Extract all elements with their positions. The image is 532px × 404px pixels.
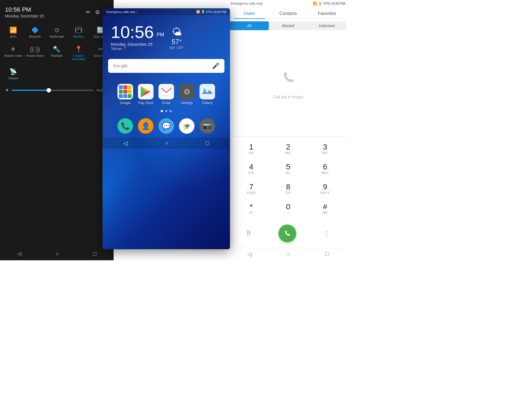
dial-key-1[interactable]: 1 QO (233, 139, 270, 159)
dock-camera[interactable]: 📷 (200, 118, 215, 134)
mobile-data-label: Mobile data (50, 35, 64, 38)
huawei-share-icon: ((·)) (30, 46, 40, 53)
app-icon-email[interactable]: Email (158, 84, 174, 105)
dial-key-9[interactable]: 9 WXYZ (307, 179, 344, 199)
clock-time: 10:56 (111, 22, 154, 42)
more-options-button[interactable]: ⋮ (323, 230, 330, 237)
settings-icon[interactable]: ⚙ (95, 9, 100, 16)
dialer-battery-icon: 🔋 (318, 2, 322, 6)
mic-icon[interactable]: 🎤 (212, 62, 219, 70)
toggle-hotspot[interactable]: 📡 Hotspot (3, 65, 24, 82)
edit-icon[interactable]: ✏ (86, 9, 91, 16)
dial-key-5[interactable]: 5 JKL (270, 159, 306, 179)
app-icon-gallery[interactable]: Gallery (200, 84, 215, 105)
email-img (158, 84, 174, 99)
dial-key-0[interactable]: 0 + (270, 199, 306, 219)
google-app-grid (118, 84, 133, 99)
google-logo: Google (113, 63, 127, 68)
call-log-empty: Call log is empty (227, 32, 349, 136)
call-empty-icon (280, 70, 296, 90)
dial-key-6[interactable]: 6 MNO (307, 159, 344, 179)
recent-button[interactable]: □ (93, 251, 96, 257)
weather-range: 62° / 47° (170, 46, 184, 50)
tab-contacts[interactable]: Contacts (269, 7, 308, 19)
dial-key-2[interactable]: 2 ABC (270, 139, 306, 159)
filter-all[interactable]: All (230, 21, 269, 30)
dialer-panel: Emergency calls only 📶 🔋 57% 10:56 PM Di… (227, 0, 349, 260)
dock-contacts[interactable]: 👤 (138, 118, 154, 134)
phone-icon-svg (280, 70, 296, 86)
brightness-thumb[interactable] (47, 88, 51, 92)
g-cell-2 (123, 85, 127, 89)
huawei-share-label: Huawei Share (26, 54, 44, 58)
location-icon: 📍 (75, 46, 82, 53)
hotspot-label: Hotspot (8, 77, 18, 80)
chrome-svg (182, 122, 191, 130)
toggle-row1: 📶 Wi-Fi 🔷 Bluetooth ⊙ Mobile data 📳 Vibr… (0, 21, 114, 43)
back-button[interactable]: ◁ (17, 250, 21, 257)
app-icon-google[interactable]: Google (117, 84, 133, 105)
dial-key-8[interactable]: 8 TUV (270, 179, 306, 199)
toggle-wifi[interactable]: 📶 Wi-Fi (3, 24, 24, 40)
dial-key-star[interactable]: * (P) (233, 199, 270, 219)
toggle-airplane[interactable]: ✈ Airplane mode (3, 43, 24, 63)
sim-icon: 📶 (196, 10, 200, 14)
keypad-toggle-button[interactable]: ⠿ (246, 230, 251, 237)
g-cell-9 (128, 94, 132, 98)
call-button[interactable] (278, 225, 296, 242)
tab-dialer[interactable]: Dialer (230, 7, 269, 19)
bluetooth-icon: 🔷 (31, 27, 39, 34)
brightness-row: ✦ Auto (0, 84, 114, 96)
dialer-back-button[interactable]: ◁ (247, 251, 252, 258)
weather-temp: 57° (170, 38, 184, 46)
tab-favorites[interactable]: Favorites (308, 7, 346, 19)
app-label-playstore: Play Store (138, 101, 153, 105)
g-cell-3 (128, 85, 132, 89)
app-icon-settings[interactable]: ⚙ Settings (179, 84, 195, 105)
dial-key-3[interactable]: 3 DEF (307, 139, 344, 159)
dialer-home-button[interactable]: ○ (287, 251, 290, 258)
dialer-status-bar: Emergency calls only 📶 🔋 57% 10:56 PM (227, 0, 349, 7)
page-dots (103, 108, 230, 114)
toggle-vibration[interactable]: 📳 Vibration (68, 24, 89, 40)
call-button-icon (283, 229, 291, 238)
dialer-time: 57% 10:56 PM (323, 2, 345, 6)
toggle-bluetooth[interactable]: 🔷 Bluetooth (25, 24, 45, 40)
dial-key-4[interactable]: 4 GHI (233, 159, 270, 179)
phone-back-button[interactable]: ◁ (123, 140, 127, 146)
g-cell-1 (119, 85, 123, 89)
phone-screen: Emergency calls only ↓ 📶 🔋 57% 10:56 PM … (103, 8, 230, 249)
filter-unknown[interactable]: Unknown (308, 21, 346, 30)
app-label-settings: Settings (181, 101, 193, 105)
vibration-icon: 📳 (75, 27, 82, 34)
app-label-email: Email (162, 101, 170, 105)
g-cell-8 (123, 94, 127, 98)
dialer-tabs: Dialer Contacts Favorites (227, 7, 349, 19)
dock-messages[interactable]: 💬 (158, 118, 174, 134)
dial-key-7[interactable]: 7 PQRS (233, 179, 270, 199)
vibration-label: Vibration (73, 35, 84, 38)
phone-status-right: 📶 🔋 57% 10:56 PM (196, 10, 226, 14)
wifi-icon: 📶 (9, 27, 17, 34)
toggle-mobile-data[interactable]: ⊙ Mobile data (47, 24, 67, 40)
gallery-svg (201, 87, 213, 97)
dialer-recent-button[interactable]: □ (325, 251, 329, 258)
toggle-flashlight[interactable]: 🔦 Flashlight (47, 43, 67, 63)
notification-panel: 10:56 PM Monday, December 25 ✏ ⚙ ∧ 📶 Wi-… (0, 0, 114, 260)
home-button[interactable]: ○ (55, 251, 59, 257)
dial-key-hash[interactable]: # (W) (307, 199, 344, 219)
brightness-slider[interactable] (12, 90, 94, 91)
filter-missed[interactable]: Missed (269, 21, 308, 30)
phone-status-bar: Emergency calls only ↓ 📶 🔋 57% 10:56 PM (103, 8, 230, 15)
toggle-location[interactable]: 📍 Locationinformation (68, 43, 89, 63)
toggle-huawei-share[interactable]: ((·)) Huawei Share (25, 43, 45, 63)
call-empty-text: Call log is empty (273, 94, 303, 99)
google-search-bar[interactable]: Google 🎤 (108, 59, 224, 73)
toggle-row2: ✈ Airplane mode ((·)) Huawei Share 🔦 Fla… (0, 43, 114, 65)
dock-phone[interactable]: 📞 (117, 118, 133, 134)
phone-recent-button[interactable]: □ (206, 140, 209, 146)
app-icon-playstore[interactable]: Play Store (138, 84, 154, 105)
settings-img: ⚙ (179, 84, 195, 99)
dock-chrome[interactable] (179, 118, 195, 134)
phone-home-button[interactable]: ○ (165, 140, 168, 146)
